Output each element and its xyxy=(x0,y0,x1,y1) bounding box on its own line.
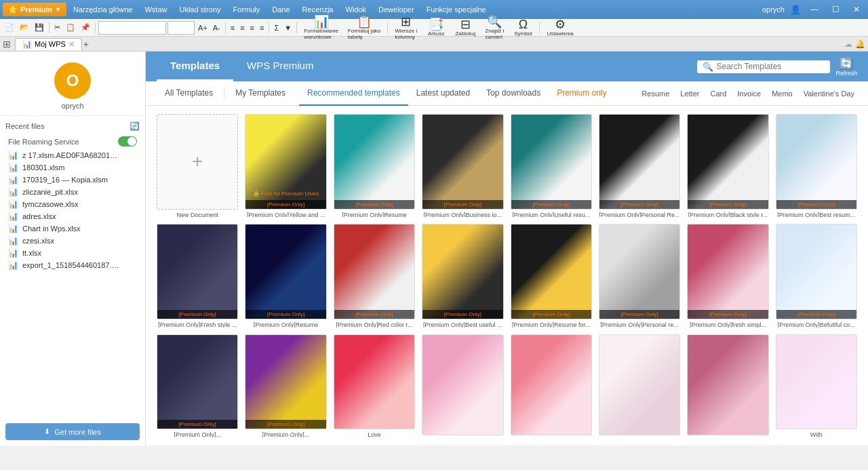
menu-funkcje[interactable]: Funkcje specjalne xyxy=(421,4,492,15)
font-size-input[interactable]: 12 xyxy=(167,21,195,35)
cat-resume[interactable]: Resume xyxy=(639,88,672,99)
cat-letter[interactable]: Letter xyxy=(677,88,702,99)
get-more-button[interactable]: ⬇ Get more files xyxy=(5,423,140,440)
template-card[interactable] xyxy=(511,334,592,437)
premium-badge: [Premium Only] xyxy=(334,310,414,319)
refresh-icon[interactable]: 🔄 xyxy=(130,121,140,131)
tab-all-templates[interactable]: All Templates xyxy=(157,81,221,106)
arkusz-btn[interactable]: 📑Arkusz xyxy=(422,17,450,38)
roaming-toggle[interactable] xyxy=(118,136,137,146)
open-btn[interactable]: 📂 xyxy=(18,21,31,35)
file-item[interactable]: 📊czesi.xlsx xyxy=(5,235,140,247)
template-card[interactable]: [Premium Only] [Premium Only]... xyxy=(157,334,238,437)
tab-moj-wps[interactable]: 📊 Mój WPS ✕ xyxy=(15,38,82,50)
menu-dane[interactable]: Dane xyxy=(267,4,295,15)
tab-templates[interactable]: Templates xyxy=(157,52,233,81)
template-card[interactable]: [Premium Only] [Premium Only]Resume xyxy=(245,224,326,327)
maximize-button[interactable]: ☐ xyxy=(827,0,845,19)
menu-formuly[interactable]: Formuły xyxy=(228,4,266,15)
template-preview: [Premium Only] xyxy=(422,224,503,319)
tab-add-button[interactable]: + xyxy=(83,39,89,50)
apps-grid-icon[interactable]: ⊞ xyxy=(3,39,11,50)
tab-my-templates[interactable]: My Templates xyxy=(227,81,294,106)
template-card[interactable] xyxy=(422,334,503,437)
premium-button[interactable]: ⭐Premium ▼ xyxy=(3,3,66,16)
template-card[interactable] xyxy=(599,334,680,437)
align-left-btn[interactable]: ≡ xyxy=(229,21,237,35)
align-right-btn[interactable]: ≡ xyxy=(248,21,256,35)
copy-btn[interactable]: 📋 xyxy=(64,21,77,35)
save-btn[interactable]: 💾 xyxy=(33,21,46,35)
template-card[interactable]: [Premium Only] [Premium Only]Resume xyxy=(334,114,415,217)
file-item[interactable]: 📊tt.xlsx xyxy=(5,247,140,259)
filter-top-downloads[interactable]: Top downloads xyxy=(478,81,549,106)
menu-widok[interactable]: Widok xyxy=(340,4,372,15)
close-button[interactable]: ✕ xyxy=(848,0,865,19)
symbol-btn[interactable]: ΩSymbol xyxy=(509,17,536,38)
template-card[interactable]: [Premium Only] [Premium Only]Black style… xyxy=(687,114,768,217)
template-card[interactable]: Love xyxy=(334,334,415,437)
template-card[interactable]: [Premium Only] [Premium Only]Personal re… xyxy=(599,224,680,327)
settings-btn[interactable]: ⚙Ustawienia xyxy=(542,17,577,38)
template-card[interactable] xyxy=(687,334,768,437)
file-item[interactable]: 📊Chart in Wps.xlsx xyxy=(5,222,140,235)
template-card[interactable]: [Premium Only] [Premium Only]Personal Re… xyxy=(599,114,680,217)
premium-badge: [Premium Only] xyxy=(511,200,591,209)
align-justify-btn[interactable]: ≡ xyxy=(258,21,266,35)
template-card[interactable]: [Premium Only] [Premium Only]Useful resu… xyxy=(511,114,592,217)
template-card[interactable]: [Premium Only] [Premium Only]Resume for.… xyxy=(511,224,592,327)
template-card[interactable]: [Premium Only] [Premium Only]Business jo… xyxy=(422,114,503,217)
minimize-button[interactable]: — xyxy=(805,0,824,19)
cut-btn[interactable]: ✂ xyxy=(52,21,62,35)
premium-badge: [Premium Only] xyxy=(245,420,326,429)
template-card[interactable]: [Premium Only] [Premium Only]Red color r… xyxy=(334,224,415,327)
cat-memo[interactable]: Memo xyxy=(769,88,795,99)
font-decrease-btn[interactable]: A- xyxy=(211,21,222,35)
new-btn[interactable]: 📄 xyxy=(3,21,16,35)
paste-btn[interactable]: 📌 xyxy=(79,21,92,35)
file-item[interactable]: 📊180301.xlsm xyxy=(5,161,140,174)
refresh-button[interactable]: 🔄 Refresh xyxy=(835,57,857,77)
format-table-btn[interactable]: 📋Formatuj jakotabelę xyxy=(344,14,384,41)
tab-close-icon[interactable]: ✕ xyxy=(68,40,75,49)
file-item[interactable]: 📊adres.xlsx xyxy=(5,210,140,222)
tab-wps-premium[interactable]: WPS Premium xyxy=(233,52,327,81)
filter-btn[interactable]: ▼ xyxy=(282,21,294,35)
file-item[interactable]: 📊tymczasowe.xlsx xyxy=(5,198,140,210)
filter-premium-only[interactable]: Premium only xyxy=(549,81,614,106)
rows-cols-btn[interactable]: ⊞Wiersze ikolumny xyxy=(391,14,421,41)
table-btn[interactable]: ⊟Zablokuj xyxy=(451,17,479,38)
align-center-btn[interactable]: ≡ xyxy=(238,21,246,35)
menu-deweloper[interactable]: Deweloper xyxy=(373,4,420,15)
find-btn[interactable]: 🔍Znajdź izamień xyxy=(481,14,508,41)
font-increase-btn[interactable]: A+ xyxy=(196,21,210,35)
menu-recenzja[interactable]: Recenzja xyxy=(297,4,339,15)
template-card[interactable]: [Premium Only] [Premium Only]... xyxy=(245,334,326,437)
menu-narzedzia[interactable]: Narzędzia główne xyxy=(68,4,138,15)
font-name-input[interactable] xyxy=(98,21,166,35)
template-card[interactable]: [Premium Only] [Premium Only]Befutiful c… xyxy=(776,224,857,327)
filter-recommended[interactable]: Recommended templates xyxy=(299,81,408,106)
cat-invoice[interactable]: Invoice xyxy=(734,88,764,99)
template-card[interactable]: [Premium Only] [Premium Only]Best resum.… xyxy=(776,114,857,217)
template-card[interactable]: With xyxy=(776,334,857,437)
search-input[interactable] xyxy=(716,62,825,71)
cat-valentines[interactable]: Valentine's Day xyxy=(801,88,857,99)
template-card[interactable]: [Premium Only] [Premium Only]Best useful… xyxy=(422,224,503,327)
template-preview: [Premium Only] xyxy=(157,224,238,319)
template-card[interactable]: [Premium Only] [Premium Only]Fresh style… xyxy=(157,224,238,327)
menu-wstaw[interactable]: Wstaw xyxy=(139,4,172,15)
file-item[interactable]: 📊zliczanie_pit.xlsx xyxy=(5,186,140,198)
file-item[interactable]: 📊export_1_1518544460187.xlsx xyxy=(5,259,140,271)
file-item[interactable]: 📊170319_16 — Kopia.xlsm xyxy=(5,174,140,186)
menu-uklad[interactable]: Układ strony xyxy=(174,4,226,15)
template-card[interactable]: [Premium Only] 🔒 Free for Premium Users … xyxy=(245,114,326,217)
template-card[interactable]: + New Document xyxy=(157,114,238,217)
template-card[interactable]: [Premium Only] [Premium Only]fresh simpl… xyxy=(687,224,768,327)
file-item[interactable]: 📊z 17.xlsm.AED0F3A6820175F6F7268 xyxy=(5,149,140,161)
format-conditions-btn[interactable]: 📊Formatowaniewarunkowe xyxy=(300,14,342,41)
sum-btn[interactable]: Σ xyxy=(272,21,281,35)
cat-card[interactable]: Card xyxy=(707,88,729,99)
filter-latest[interactable]: Latest updated xyxy=(408,81,478,106)
file-icon: 📊 xyxy=(8,175,18,184)
